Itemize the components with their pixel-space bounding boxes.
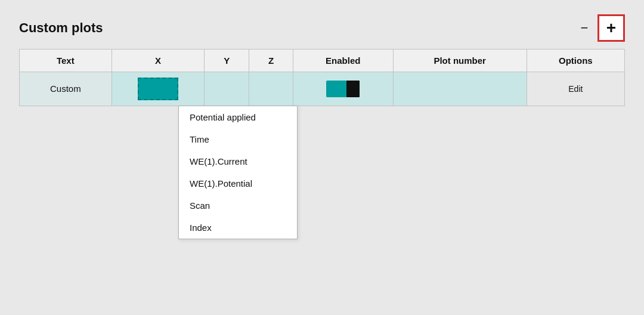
cell-text: Custom [20, 72, 112, 106]
col-header-x: X [112, 50, 205, 72]
dropdown-item[interactable]: Index [179, 217, 297, 239]
col-header-z: Z [249, 50, 293, 72]
table-wrapper: Text X Y Z Enabled Plot number Options C… [19, 49, 625, 106]
header-buttons: − + [574, 14, 625, 42]
edit-button[interactable]: Edit [568, 84, 583, 94]
dropdown-item[interactable]: WE(1).Current [179, 150, 297, 172]
text-value: Custom [50, 84, 81, 94]
col-header-enabled: Enabled [293, 50, 393, 72]
cell-x[interactable] [112, 72, 205, 106]
header-row: Custom plots − + [19, 14, 625, 42]
page-title: Custom plots [19, 20, 103, 36]
dropdown-item[interactable]: Time [179, 128, 297, 150]
col-header-plot-number: Plot number [393, 50, 527, 72]
cell-plot-number [393, 72, 527, 106]
custom-plots-table: Text X Y Z Enabled Plot number Options C… [20, 50, 624, 106]
col-header-text: Text [20, 50, 112, 72]
cell-z [249, 72, 293, 106]
table-header-row: Text X Y Z Enabled Plot number Options [20, 50, 624, 72]
remove-button[interactable]: − [574, 17, 595, 39]
dropdown-item[interactable]: Scan [179, 194, 297, 217]
x-axis-dropdown: Potential appliedTimeWE(1).CurrentWE(1).… [178, 106, 298, 239]
cell-options: Edit [527, 72, 624, 106]
toggle-track[interactable] [326, 81, 360, 97]
main-container: Custom plots − + Text X Y Z Enabled Plot… [19, 14, 625, 106]
cell-y [205, 72, 249, 106]
add-button[interactable]: + [597, 14, 625, 42]
cell-enabled[interactable] [293, 72, 393, 106]
dropdown-item[interactable]: Potential applied [179, 106, 297, 128]
col-header-options: Options [527, 50, 624, 72]
table-row: Custom [20, 72, 624, 106]
toggle-thumb [346, 81, 360, 97]
x-dropdown-trigger[interactable] [138, 78, 178, 100]
toggle-wrapper [297, 81, 389, 97]
col-header-y: Y [205, 50, 249, 72]
dropdown-item[interactable]: WE(1).Potential [179, 172, 297, 194]
